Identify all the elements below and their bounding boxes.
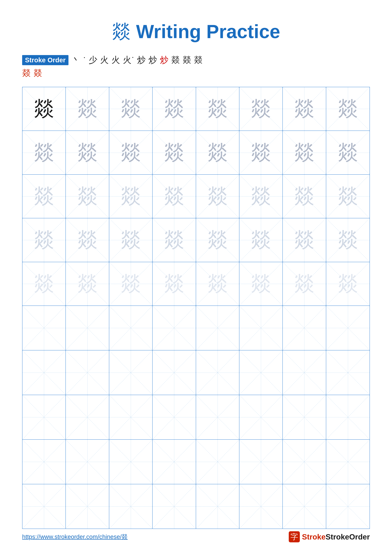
grid-cell-8-7[interactable]	[283, 395, 326, 439]
grid-cell-4-5[interactable]: 燚	[196, 218, 239, 262]
title-char: 燚	[112, 21, 131, 42]
grid-cell-9-7[interactable]	[283, 440, 326, 484]
cell-char: 燚	[294, 186, 314, 207]
grid-cell-10-1[interactable]	[22, 484, 66, 529]
grid-cell-9-6[interactable]	[239, 440, 283, 484]
grid-cell-6-4[interactable]	[153, 306, 196, 350]
grid-cell-7-7[interactable]	[283, 351, 326, 395]
grid-cell-5-8[interactable]: 燚	[326, 262, 370, 306]
grid-cell-3-5[interactable]: 燚	[196, 175, 239, 218]
grid-cell-4-2[interactable]: 燚	[66, 218, 109, 262]
grid-cell-8-8[interactable]	[326, 395, 370, 439]
grid-cell-10-5[interactable]	[196, 484, 239, 529]
grid-cell-9-3[interactable]	[109, 440, 153, 484]
stroke-char-8: 炒	[149, 54, 157, 66]
grid-cell-5-4[interactable]: 燚	[153, 262, 196, 306]
grid-cell-6-8[interactable]	[326, 306, 370, 350]
grid-cell-4-6[interactable]: 燚	[239, 218, 283, 262]
grid-cell-2-6[interactable]: 燚	[239, 131, 283, 174]
grid-cell-2-8[interactable]: 燚	[326, 131, 370, 174]
grid-cell-3-7[interactable]: 燚	[283, 175, 326, 218]
grid-cell-10-2[interactable]	[66, 484, 109, 529]
grid-cell-9-1[interactable]	[22, 440, 66, 484]
grid-cell-4-7[interactable]: 燚	[283, 218, 326, 262]
cell-char: 燚	[294, 274, 314, 294]
grid-cell-4-8[interactable]: 燚	[326, 218, 370, 262]
grid-cell-1-1[interactable]: 燚	[22, 87, 66, 131]
cell-char: 燚	[77, 230, 98, 250]
grid-cell-6-5[interactable]	[196, 306, 239, 350]
grid-cell-3-8[interactable]: 燚	[326, 175, 370, 218]
grid-cell-7-1[interactable]	[22, 351, 66, 395]
grid-cell-10-8[interactable]	[326, 484, 370, 529]
grid-cell-6-2[interactable]	[66, 306, 109, 350]
grid-cell-2-1[interactable]: 燚	[22, 131, 66, 174]
grid-cell-3-2[interactable]: 燚	[66, 175, 109, 218]
stroke-char-11: 燚	[183, 54, 191, 66]
grid-cell-1-6[interactable]: 燚	[239, 87, 283, 131]
grid-cell-1-8[interactable]: 燚	[326, 87, 370, 131]
grid-cell-9-4[interactable]	[153, 440, 196, 484]
stroke-char-10: 燚	[171, 54, 180, 66]
grid-cell-8-3[interactable]	[109, 395, 153, 439]
grid-cell-1-2[interactable]: 燚	[66, 87, 109, 131]
grid-cell-6-1[interactable]	[22, 306, 66, 350]
grid-cell-2-7[interactable]: 燚	[283, 131, 326, 174]
grid-cell-9-8[interactable]	[326, 440, 370, 484]
grid-cell-4-1[interactable]: 燚	[22, 218, 66, 262]
grid-cell-7-8[interactable]	[326, 351, 370, 395]
grid-cell-7-4[interactable]	[153, 351, 196, 395]
grid-cell-5-7[interactable]: 燚	[283, 262, 326, 306]
cell-char: 燚	[121, 186, 141, 207]
grid-cell-1-7[interactable]: 燚	[283, 87, 326, 131]
grid-cell-10-6[interactable]	[239, 484, 283, 529]
grid-cell-2-3[interactable]: 燚	[109, 131, 153, 174]
grid-cell-8-2[interactable]	[66, 395, 109, 439]
grid-cell-8-6[interactable]	[239, 395, 283, 439]
grid-cell-6-7[interactable]	[283, 306, 326, 350]
grid-cell-4-4[interactable]: 燚	[153, 218, 196, 262]
grid-cell-10-3[interactable]	[109, 484, 153, 529]
grid-cell-7-2[interactable]	[66, 351, 109, 395]
grid-cell-9-2[interactable]	[66, 440, 109, 484]
grid-cell-1-4[interactable]: 燚	[153, 87, 196, 131]
grid-cell-2-4[interactable]: 燚	[153, 131, 196, 174]
grid-cell-3-6[interactable]: 燚	[239, 175, 283, 218]
grid-cell-2-5[interactable]: 燚	[196, 131, 239, 174]
grid-cell-5-5[interactable]: 燚	[196, 262, 239, 306]
cell-char: 燚	[338, 142, 358, 163]
grid-cell-5-2[interactable]: 燚	[66, 262, 109, 306]
grid-cell-7-6[interactable]	[239, 351, 283, 395]
grid-cell-5-1[interactable]: 燚	[22, 262, 66, 306]
grid-cell-3-1[interactable]: 燚	[22, 175, 66, 218]
grid-cell-10-7[interactable]	[283, 484, 326, 529]
grid-cell-3-3[interactable]: 燚	[109, 175, 153, 218]
grid-cell-8-4[interactable]	[153, 395, 196, 439]
title-text: Writing Practice	[131, 21, 280, 42]
grid-cell-9-5[interactable]	[196, 440, 239, 484]
grid-cell-1-3[interactable]: 燚	[109, 87, 153, 131]
grid-cell-6-3[interactable]	[109, 306, 153, 350]
grid-cell-2-2[interactable]: 燚	[66, 131, 109, 174]
grid-cell-7-3[interactable]	[109, 351, 153, 395]
stroke-char-12: 燚	[194, 54, 203, 66]
cell-char: 燚	[207, 230, 228, 250]
grid-cell-6-6[interactable]	[239, 306, 283, 350]
grid-cell-5-6[interactable]: 燚	[239, 262, 283, 306]
grid-row-5: 燚 燚 燚 燚 燚 燚 燚	[22, 262, 370, 306]
grid-cell-3-4[interactable]: 燚	[153, 175, 196, 218]
grid-cell-4-3[interactable]: 燚	[109, 218, 153, 262]
cell-char: 燚	[207, 142, 228, 163]
grid-cell-7-5[interactable]	[196, 351, 239, 395]
cell-char: 燚	[207, 186, 228, 207]
grid-cell-5-3[interactable]: 燚	[109, 262, 153, 306]
footer-url[interactable]: https://www.strokeorder.com/chinese/燚	[22, 533, 128, 541]
grid-cell-10-4[interactable]	[153, 484, 196, 529]
stroke-char-13: 燚	[22, 67, 31, 79]
cell-char: 燚	[338, 186, 358, 207]
grid-cell-8-1[interactable]	[22, 395, 66, 439]
cell-char: 燚	[164, 230, 184, 250]
cell-char: 燚	[164, 142, 184, 163]
grid-cell-8-5[interactable]	[196, 395, 239, 439]
grid-cell-1-5[interactable]: 燚	[196, 87, 239, 131]
